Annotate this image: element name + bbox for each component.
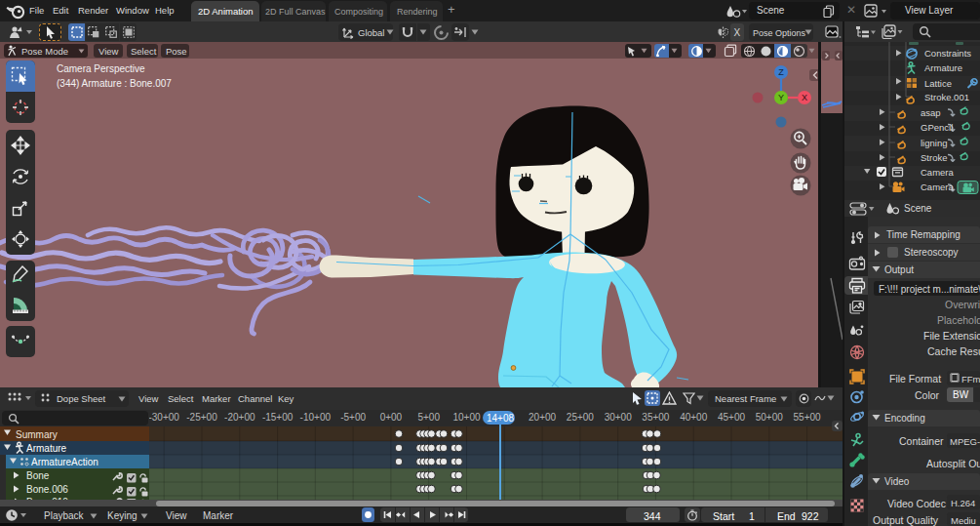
svg-text:X: X <box>802 93 807 102</box>
svg-text:Z: Z <box>778 67 784 77</box>
svg-text:Y: Y <box>778 93 784 102</box>
